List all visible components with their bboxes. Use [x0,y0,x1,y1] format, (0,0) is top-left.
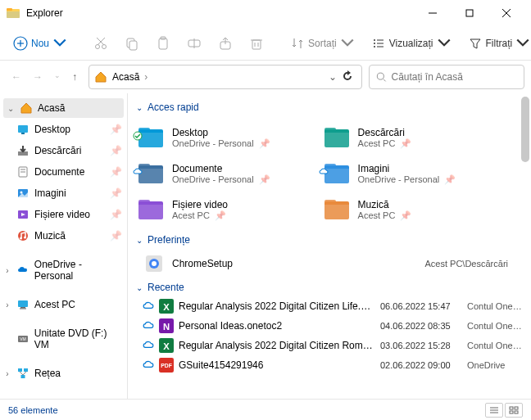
svg-rect-73 [138,205,163,219]
copy-button[interactable] [118,33,146,54]
view-icon [371,36,386,51]
sidebar-item-muzic-[interactable]: Muzică 📌 [0,226,127,246]
svg-line-56 [20,372,23,375]
pin-icon: 📌 [110,187,122,199]
sidebar-item-onedrive-personal[interactable]: › OneDrive - Personal [0,255,127,285]
tiles-view-toggle[interactable] [505,403,523,418]
address-history-dropdown[interactable]: ⌄ [329,71,337,83]
chevron-down-icon [52,36,67,51]
svg-rect-92 [515,407,518,409]
quick-access-item[interactable]: Fișiere video Acest PC📌 [136,192,322,228]
exe-icon [143,252,166,275]
sort-button[interactable]: Sortați [284,33,361,54]
svg-point-79 [152,261,157,266]
recent-locations-button[interactable]: ⌄ [54,71,61,83]
file-icon: PDF [159,358,174,373]
svg-rect-36 [18,125,28,133]
item-subtitle: OneDrive - Personal📌 [172,138,270,149]
svg-text:X: X [163,302,170,312]
sidebar-item-acas-[interactable]: ⌄ Acasă [3,98,124,118]
trash-icon [249,36,264,51]
pin-icon: 📌 [444,174,456,184]
sidebar-item-acest-pc[interactable]: › Acest PC [0,295,127,314]
folder-icon [322,123,352,152]
quick-access-item[interactable]: Descărcări Acest PC📌 [322,120,508,156]
pin-icon: 📌 [400,138,411,148]
share-button[interactable] [211,33,239,54]
maximize-button[interactable] [451,0,488,26]
window-title: Explorer [26,7,414,19]
group-label: Acces rapid [148,102,199,113]
refresh-button[interactable] [342,70,353,84]
item-subtitle: Acest PC📌 [172,210,228,221]
svg-rect-15 [129,41,137,50]
delete-button[interactable] [243,33,270,54]
svg-rect-37 [21,133,25,134]
svg-point-29 [374,46,375,47]
view-button[interactable]: Vizualizați [365,33,458,54]
rename-button[interactable] [180,33,208,54]
quick-access-item[interactable]: Imagini OneDrive - Personal📌 [322,156,508,192]
folder-icon [136,159,166,188]
command-toolbar: Nou Sortați Vizualizați Filtrați [0,26,531,61]
folder-icon [16,264,30,277]
svg-rect-93 [510,411,513,413]
group-quick-access[interactable]: ⌄ Acces rapid [128,98,531,116]
file-icon: X [159,338,174,353]
folder-icon [16,229,30,242]
cut-button[interactable] [87,33,115,54]
chevron-down-icon: ⌄ [136,103,143,112]
item-name: Regular Analysis 2022 Digital Citizen Ro… [179,340,375,351]
quick-access-item[interactable]: Desktop OneDrive - Personal📌 [136,120,322,156]
breadcrumb-sep[interactable]: › [144,71,148,83]
sidebar-item-documente[interactable]: Documente 📌 [0,162,127,182]
sidebar-item-label: Muzică [34,230,66,242]
sync-badge-icon [133,131,143,141]
quick-access-item[interactable]: Muzică Acest PC📌 [322,192,508,228]
new-button[interactable]: Nou [7,33,74,54]
favorite-item[interactable]: ChromeSetup Acest PC\Descărcări [128,249,531,278]
minimize-button[interactable] [414,0,451,26]
item-location: Acest PC\Descărcări [425,259,523,269]
search-box[interactable] [369,65,524,89]
folder-icon [136,195,166,224]
recent-item[interactable]: X Regular Analysis 2022 Digital Citizen … [128,296,531,316]
sidebar-item-fi-iere-video[interactable]: Fișiere video 📌 [0,205,127,224]
quick-access-item[interactable]: Documente OneDrive - Personal📌 [136,156,322,192]
cloud-icon [143,340,154,351]
search-input[interactable] [392,71,518,83]
sidebar-item-unitate-dvd-f-vm[interactable]: VM Unitate DVD (F:) VM [0,324,127,354]
pin-icon: 📌 [110,209,122,220]
up-button[interactable]: ↑ [72,71,77,83]
copy-icon [125,36,139,51]
recent-item[interactable]: PDF GSuite4154291946 02.06.2022 09:00 On… [128,355,531,375]
expand-icon: › [3,266,11,275]
svg-rect-16 [159,38,167,49]
expand-icon: › [3,369,11,378]
details-view-toggle[interactable] [485,403,503,418]
group-recent[interactable]: ⌄ Recente [128,278,531,296]
forward-button[interactable]: → [33,71,43,83]
sidebar-item-desktop[interactable]: Desktop 📌 [0,120,127,139]
cloud-badge-icon [319,167,329,177]
svg-point-47 [24,237,26,239]
recent-item[interactable]: X Regular Analysis 2022 Digital Citizen … [128,336,531,355]
sidebar-item-imagini[interactable]: Imagini 📌 [0,183,127,203]
scrollbar[interactable] [521,97,529,162]
breadcrumb-home[interactable]: Acasă [112,71,139,83]
sidebar-item-re-ea[interactable]: › Rețea [0,364,127,383]
filter-button[interactable]: Filtrați [461,33,531,54]
recent-item[interactable]: N Personal Ideas.onetoc2 04.06.2022 08:3… [128,316,531,336]
item-title: Descărcări [358,127,412,138]
pin-icon: 📌 [259,174,270,184]
close-button[interactable] [488,0,524,26]
address-bar[interactable]: Acasă › ⌄ [88,65,362,89]
group-favorites[interactable]: ⌄ Preferințe [128,231,531,249]
sidebar-item-desc-rc-ri[interactable]: Descărcări 📌 [0,141,127,160]
paste-button[interactable] [149,33,177,54]
expand-icon: ⌄ [7,104,15,113]
file-icon: X [159,299,174,314]
item-location: Contul OneDrive al utilizat... [467,341,523,350]
folder-icon [16,367,30,380]
back-button[interactable]: ← [11,71,21,83]
